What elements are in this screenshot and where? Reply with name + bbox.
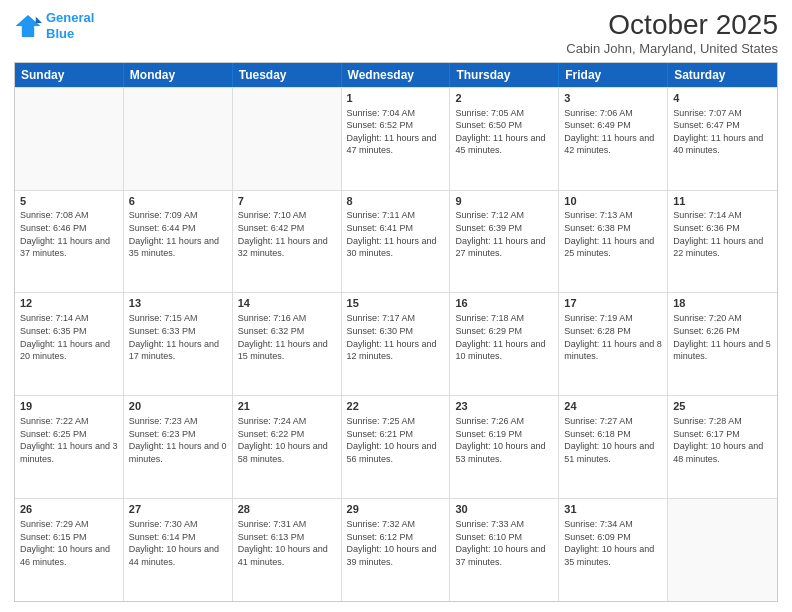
day-info: Sunrise: 7:08 AM Sunset: 6:46 PM Dayligh… [20, 209, 118, 259]
day-number: 16 [455, 296, 553, 311]
day-number: 14 [238, 296, 336, 311]
day-number: 3 [564, 91, 662, 106]
day-number: 29 [347, 502, 445, 517]
day-number: 22 [347, 399, 445, 414]
title-area: October 2025 Cabin John, Maryland, Unite… [566, 10, 778, 56]
week-row: 19Sunrise: 7:22 AM Sunset: 6:25 PM Dayli… [15, 395, 777, 498]
day-cell: 13Sunrise: 7:15 AM Sunset: 6:33 PM Dayli… [124, 293, 233, 395]
day-info: Sunrise: 7:18 AM Sunset: 6:29 PM Dayligh… [455, 312, 553, 362]
day-header: Friday [559, 63, 668, 87]
day-info: Sunrise: 7:15 AM Sunset: 6:33 PM Dayligh… [129, 312, 227, 362]
day-cell: 5Sunrise: 7:08 AM Sunset: 6:46 PM Daylig… [15, 191, 124, 293]
day-cell: 11Sunrise: 7:14 AM Sunset: 6:36 PM Dayli… [668, 191, 777, 293]
day-info: Sunrise: 7:32 AM Sunset: 6:12 PM Dayligh… [347, 518, 445, 568]
day-number: 1 [347, 91, 445, 106]
day-info: Sunrise: 7:28 AM Sunset: 6:17 PM Dayligh… [673, 415, 772, 465]
day-number: 26 [20, 502, 118, 517]
day-info: Sunrise: 7:10 AM Sunset: 6:42 PM Dayligh… [238, 209, 336, 259]
day-cell: 17Sunrise: 7:19 AM Sunset: 6:28 PM Dayli… [559, 293, 668, 395]
day-number: 31 [564, 502, 662, 517]
day-number: 25 [673, 399, 772, 414]
day-cell [233, 88, 342, 190]
day-cell: 29Sunrise: 7:32 AM Sunset: 6:12 PM Dayli… [342, 499, 451, 601]
day-cell: 4Sunrise: 7:07 AM Sunset: 6:47 PM Daylig… [668, 88, 777, 190]
day-cell: 18Sunrise: 7:20 AM Sunset: 6:26 PM Dayli… [668, 293, 777, 395]
day-cell: 2Sunrise: 7:05 AM Sunset: 6:50 PM Daylig… [450, 88, 559, 190]
header: General Blue October 2025 Cabin John, Ma… [14, 10, 778, 56]
day-cell [15, 88, 124, 190]
day-cell: 20Sunrise: 7:23 AM Sunset: 6:23 PM Dayli… [124, 396, 233, 498]
day-info: Sunrise: 7:34 AM Sunset: 6:09 PM Dayligh… [564, 518, 662, 568]
day-info: Sunrise: 7:14 AM Sunset: 6:36 PM Dayligh… [673, 209, 772, 259]
location: Cabin John, Maryland, United States [566, 41, 778, 56]
day-info: Sunrise: 7:13 AM Sunset: 6:38 PM Dayligh… [564, 209, 662, 259]
day-info: Sunrise: 7:06 AM Sunset: 6:49 PM Dayligh… [564, 107, 662, 157]
day-cell: 22Sunrise: 7:25 AM Sunset: 6:21 PM Dayli… [342, 396, 451, 498]
day-info: Sunrise: 7:30 AM Sunset: 6:14 PM Dayligh… [129, 518, 227, 568]
day-info: Sunrise: 7:22 AM Sunset: 6:25 PM Dayligh… [20, 415, 118, 465]
day-cell: 1Sunrise: 7:04 AM Sunset: 6:52 PM Daylig… [342, 88, 451, 190]
day-number: 20 [129, 399, 227, 414]
week-row: 5Sunrise: 7:08 AM Sunset: 6:46 PM Daylig… [15, 190, 777, 293]
day-cell: 26Sunrise: 7:29 AM Sunset: 6:15 PM Dayli… [15, 499, 124, 601]
day-info: Sunrise: 7:14 AM Sunset: 6:35 PM Dayligh… [20, 312, 118, 362]
day-info: Sunrise: 7:16 AM Sunset: 6:32 PM Dayligh… [238, 312, 336, 362]
day-header: Sunday [15, 63, 124, 87]
day-number: 12 [20, 296, 118, 311]
day-number: 17 [564, 296, 662, 311]
day-info: Sunrise: 7:23 AM Sunset: 6:23 PM Dayligh… [129, 415, 227, 465]
day-cell: 8Sunrise: 7:11 AM Sunset: 6:41 PM Daylig… [342, 191, 451, 293]
day-number: 4 [673, 91, 772, 106]
logo-line2: Blue [46, 26, 74, 41]
calendar-body: 1Sunrise: 7:04 AM Sunset: 6:52 PM Daylig… [15, 87, 777, 601]
week-row: 1Sunrise: 7:04 AM Sunset: 6:52 PM Daylig… [15, 87, 777, 190]
logo-text: General Blue [46, 10, 94, 41]
day-header: Thursday [450, 63, 559, 87]
day-cell [668, 499, 777, 601]
day-cell: 19Sunrise: 7:22 AM Sunset: 6:25 PM Dayli… [15, 396, 124, 498]
day-number: 21 [238, 399, 336, 414]
day-cell: 12Sunrise: 7:14 AM Sunset: 6:35 PM Dayli… [15, 293, 124, 395]
day-info: Sunrise: 7:11 AM Sunset: 6:41 PM Dayligh… [347, 209, 445, 259]
day-number: 23 [455, 399, 553, 414]
day-info: Sunrise: 7:09 AM Sunset: 6:44 PM Dayligh… [129, 209, 227, 259]
page: General Blue October 2025 Cabin John, Ma… [0, 0, 792, 612]
day-headers: SundayMondayTuesdayWednesdayThursdayFrid… [15, 63, 777, 87]
day-number: 5 [20, 194, 118, 209]
day-info: Sunrise: 7:24 AM Sunset: 6:22 PM Dayligh… [238, 415, 336, 465]
day-number: 2 [455, 91, 553, 106]
day-header: Saturday [668, 63, 777, 87]
logo-line1: General [46, 10, 94, 25]
day-cell: 10Sunrise: 7:13 AM Sunset: 6:38 PM Dayli… [559, 191, 668, 293]
day-cell: 28Sunrise: 7:31 AM Sunset: 6:13 PM Dayli… [233, 499, 342, 601]
day-number: 30 [455, 502, 553, 517]
day-info: Sunrise: 7:17 AM Sunset: 6:30 PM Dayligh… [347, 312, 445, 362]
day-cell: 30Sunrise: 7:33 AM Sunset: 6:10 PM Dayli… [450, 499, 559, 601]
day-cell: 31Sunrise: 7:34 AM Sunset: 6:09 PM Dayli… [559, 499, 668, 601]
day-number: 9 [455, 194, 553, 209]
day-info: Sunrise: 7:20 AM Sunset: 6:26 PM Dayligh… [673, 312, 772, 362]
svg-marker-1 [36, 16, 42, 22]
day-info: Sunrise: 7:04 AM Sunset: 6:52 PM Dayligh… [347, 107, 445, 157]
day-number: 19 [20, 399, 118, 414]
day-info: Sunrise: 7:27 AM Sunset: 6:18 PM Dayligh… [564, 415, 662, 465]
day-cell: 6Sunrise: 7:09 AM Sunset: 6:44 PM Daylig… [124, 191, 233, 293]
day-cell: 16Sunrise: 7:18 AM Sunset: 6:29 PM Dayli… [450, 293, 559, 395]
day-info: Sunrise: 7:07 AM Sunset: 6:47 PM Dayligh… [673, 107, 772, 157]
day-number: 13 [129, 296, 227, 311]
day-header: Wednesday [342, 63, 451, 87]
day-info: Sunrise: 7:26 AM Sunset: 6:19 PM Dayligh… [455, 415, 553, 465]
day-header: Tuesday [233, 63, 342, 87]
day-info: Sunrise: 7:29 AM Sunset: 6:15 PM Dayligh… [20, 518, 118, 568]
day-info: Sunrise: 7:19 AM Sunset: 6:28 PM Dayligh… [564, 312, 662, 362]
day-cell: 23Sunrise: 7:26 AM Sunset: 6:19 PM Dayli… [450, 396, 559, 498]
day-number: 28 [238, 502, 336, 517]
day-cell: 27Sunrise: 7:30 AM Sunset: 6:14 PM Dayli… [124, 499, 233, 601]
logo: General Blue [14, 10, 94, 41]
day-number: 18 [673, 296, 772, 311]
day-number: 27 [129, 502, 227, 517]
day-cell: 25Sunrise: 7:28 AM Sunset: 6:17 PM Dayli… [668, 396, 777, 498]
day-number: 11 [673, 194, 772, 209]
day-cell: 7Sunrise: 7:10 AM Sunset: 6:42 PM Daylig… [233, 191, 342, 293]
day-cell [124, 88, 233, 190]
